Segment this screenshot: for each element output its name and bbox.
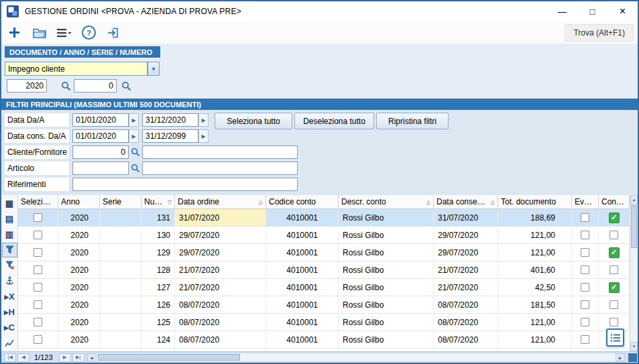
column-header-data_consegna[interactable]: Data consegna△ [434,195,498,208]
cell-tot_documento[interactable]: 42,50 [498,279,572,296]
cell-serie[interactable] [100,349,141,351]
cell-codice_conto[interactable]: 4010001 [266,314,339,330]
cell-descr_conto[interactable]: Rossi Gilbo [339,279,434,296]
column-header-anno[interactable]: Anno [58,195,100,208]
evaso-checkbox[interactable] [581,265,589,274]
cell-codice_conto[interactable]: 4010001 [266,244,339,261]
rows-icon[interactable]: ▤ [2,211,17,226]
confermato-checkbox[interactable] [609,318,618,326]
data-a-input[interactable] [142,113,198,127]
last-record-button[interactable]: ▶| [72,353,84,362]
column-header-numero[interactable]: Numero▽ [141,195,175,208]
anchor-icon[interactable] [2,274,17,288]
cell-descr_conto[interactable]: Rossi Gilbo [339,244,434,261]
cell-tot_documento[interactable]: 121,00 [498,314,572,330]
detail-rows-icon[interactable]: ▥ [2,227,17,241]
cell-serie[interactable] [100,261,141,278]
data-da-input[interactable] [72,113,129,127]
scroll-right-button[interactable]: ▶ [616,353,625,361]
column-header-evaso[interactable]: Evaso [572,195,599,208]
cell-codice_conto[interactable]: 4010040 [266,349,339,351]
column-header-seleziona[interactable]: Seleziona [18,195,58,208]
cell-confermato[interactable] [599,261,630,278]
horizontal-scroll-thumb[interactable] [98,354,240,361]
cell-codice_conto[interactable]: 4010001 [266,296,339,313]
cell-data_ordine[interactable]: 08/07/2020 [175,314,266,330]
confermato-checkbox[interactable] [609,231,618,239]
scroll-up-button[interactable]: ▲ [630,195,638,204]
seleziona-checkbox[interactable] [34,265,42,274]
cell-data_ordine[interactable]: 21/07/2020 [175,279,266,296]
cell-numero[interactable]: 129 [141,244,175,261]
cell-seleziona[interactable] [18,314,58,330]
cell-data_consegna[interactable]: 31/07/2020 [434,209,498,226]
cell-data_consegna[interactable]: 29/07/2020 [434,244,498,261]
cell-numero[interactable]: 124 [141,331,175,348]
maximize-button[interactable]: □ [577,1,607,21]
cell-descr_conto[interactable]: Rossi Gilbo [339,261,434,278]
cell-data_consegna[interactable]: 08/07/2020 [434,331,498,348]
data-cons-a-input[interactable] [142,129,198,143]
filter-icon[interactable] [2,243,17,257]
seleziona-checkbox[interactable] [34,300,42,309]
cell-tot_documento[interactable]: 181,50 [498,296,572,313]
confermato-checkbox[interactable] [609,265,618,274]
cell-evaso[interactable] [572,349,599,351]
cell-data_ordine[interactable]: 08/07/2020 [175,331,266,348]
cell-tot_documento[interactable]: 401,60 [498,261,572,278]
cell-anno[interactable]: 2020 [58,314,100,330]
open-button[interactable] [30,24,48,42]
cell-data_ordine[interactable]: 29/07/2020 [175,227,266,243]
cell-numero[interactable]: 131 [141,209,175,226]
cell-serie[interactable] [100,279,141,296]
confermato-checkbox[interactable] [609,300,618,309]
cell-data_consegna[interactable]: 08/07/2020 [434,296,498,313]
grid-icon[interactable]: ▦ [2,196,17,210]
prev-record-button[interactable]: ◀ [17,353,30,362]
calendar-arrow-button[interactable]: ▶ [129,113,139,127]
scroll-down-button[interactable]: ▼ [630,342,638,351]
cell-seleziona[interactable] [18,279,58,296]
articolo-search-button[interactable] [129,162,142,175]
cell-numero[interactable]: 126 [141,296,175,313]
column-header-descr_conto[interactable]: Descr. conto△ [339,195,434,208]
seleziona-checkbox[interactable] [34,213,42,222]
checkmark-icon[interactable]: ✓ [609,213,620,223]
cell-serie[interactable] [100,331,141,348]
cell-data_consegna[interactable]: 08/07/2020 [434,314,498,330]
calendar-arrow-button[interactable]: ▶ [198,113,209,127]
evaso-checkbox[interactable] [581,318,589,326]
cell-confermato[interactable]: ✓ [599,209,630,226]
cell-serie[interactable] [100,296,141,313]
vertical-scrollbar[interactable]: ▲ ▼ [630,195,638,351]
cell-numero[interactable]: 128 [141,261,175,278]
cell-seleziona[interactable] [18,261,58,278]
cell-data_consegna[interactable]: 21/07/2020 [434,261,498,278]
cell-anno[interactable]: 2020 [58,279,100,296]
cell-data_ordine[interactable]: 21/07/2020 [175,261,266,278]
calendar-arrow-button[interactable]: ▶ [129,129,139,143]
table-row[interactable]: 202012508/07/20204010001Rossi Gilbo08/07… [18,314,630,331]
cell-evaso[interactable] [572,227,599,243]
numero-input[interactable] [74,79,117,93]
table-row[interactable]: 202013131/07/20204010001Rossi Gilbo31/07… [18,209,630,227]
cell-confermato[interactable]: ✓ [599,244,630,261]
cell-data_consegna[interactable]: 21/07/2020 [434,279,498,296]
cell-numero[interactable]: 123 [141,349,175,351]
seleziona-checkbox[interactable] [34,231,42,239]
detail-list-button[interactable] [606,328,624,347]
goto-header-icon[interactable]: ▸H [2,304,17,319]
cell-tot_documento[interactable]: 8,23 [498,349,572,351]
combo-dropdown-button[interactable]: ▾ [148,62,160,76]
reset-filters-button[interactable]: Ripristina filtri [376,113,449,129]
table-row[interactable]: 202012821/07/20204010001Rossi Gilbo21/07… [18,261,630,279]
cell-codice_conto[interactable]: 4010001 [266,279,339,296]
cell-tot_documento[interactable]: 188,69 [498,209,572,226]
cell-descr_conto[interactable]: Rossi Gilbo [339,227,434,243]
column-header-serie[interactable]: Serie [100,195,141,208]
cut-rows-icon[interactable]: ▸X [2,289,17,304]
cell-codice_conto[interactable]: 4010001 [266,227,339,243]
cell-evaso[interactable] [572,296,599,313]
cell-confermato[interactable] [599,349,630,351]
cell-codice_conto[interactable]: 4010001 [266,261,339,278]
